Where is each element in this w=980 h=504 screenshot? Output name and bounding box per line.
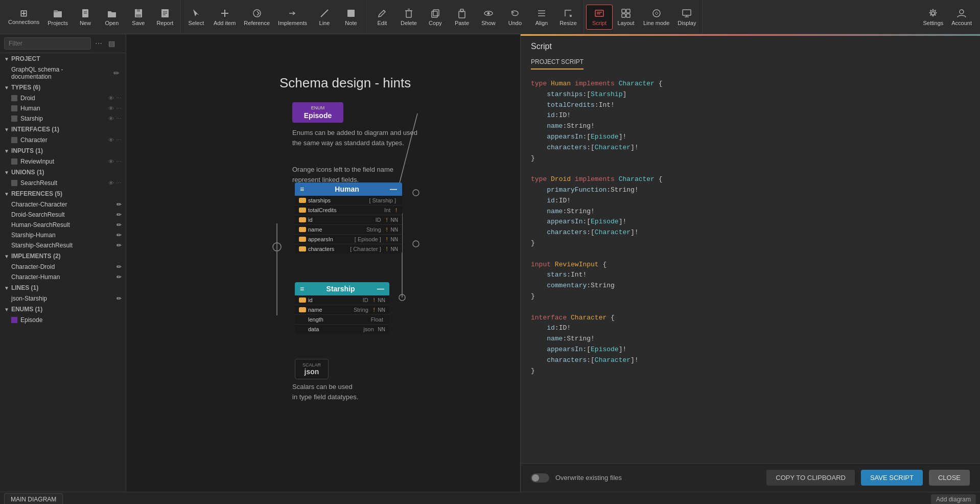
sidebar-line-json-starship[interactable]: json-Starship ✏ xyxy=(0,293,126,304)
file-group: ⊞ Connections Projects New Open Save Rep… xyxy=(2,0,181,34)
sidebar-impl-char-droid[interactable]: Character-Droid ✏ xyxy=(0,262,126,272)
section-lines[interactable]: ▼ LINES (1) xyxy=(0,282,126,293)
overwrite-toggle[interactable] xyxy=(531,473,549,483)
edit-ref-char-char-icon[interactable]: ✏ xyxy=(116,201,122,208)
sidebar-item-graphql-schema[interactable]: GraphQL schema -documentation ✏ xyxy=(0,64,126,82)
dots-icon-human[interactable]: ⋯ xyxy=(116,105,122,112)
connections-btn[interactable]: ⊞ Connections xyxy=(4,6,43,28)
sidebar-menu-btn[interactable]: ⋯ xyxy=(93,38,104,49)
implements-btn[interactable]: Implements xyxy=(274,5,311,29)
add-item-btn[interactable]: Add item xyxy=(209,5,240,29)
undo-btn[interactable]: Undo xyxy=(502,5,528,29)
sidebar-item-episode[interactable]: Episode xyxy=(0,315,126,325)
resize-btn[interactable]: Resize xyxy=(555,5,581,29)
save-script-btn[interactable]: SAVE SCRIPT xyxy=(861,470,923,486)
dots-icon-review[interactable]: ⋯ xyxy=(116,158,122,165)
sidebar-ref-starship-search[interactable]: Starship-SearchResult ✏ xyxy=(0,240,126,250)
section-interfaces[interactable]: ▼ INTERFACES (1) xyxy=(0,124,126,135)
line-mode-btn[interactable]: Line mode xyxy=(639,5,673,29)
entity-human[interactable]: ≡ Human — starships [ Starship ] totalCr… xyxy=(295,182,402,254)
eye-icon-char[interactable]: 👁 xyxy=(108,137,114,144)
sidebar-ref-droid-search[interactable]: Droid-SearchResult ✏ xyxy=(0,210,126,220)
edit-impl-char-droid-icon[interactable]: ✏ xyxy=(116,263,122,270)
account-btn[interactable]: Account xyxy=(947,5,976,29)
delete-btn[interactable]: Delete xyxy=(395,5,422,29)
edit-btn[interactable]: Edit xyxy=(369,5,395,29)
sidebar-item-reviewinput[interactable]: ReviewInput 👁 ⋯ xyxy=(0,156,126,167)
canvas[interactable]: Schema design - hints ENUM Episode Enums… xyxy=(126,34,980,492)
human-field-name[interactable]: name String ! NN xyxy=(295,225,402,235)
link-icon-star-id xyxy=(299,297,306,303)
edit-schema-icon[interactable]: ✏ xyxy=(111,68,122,78)
eye-icon-search[interactable]: 👁 xyxy=(108,180,114,187)
projects-btn[interactable]: Projects xyxy=(43,5,72,29)
note-btn[interactable]: Note xyxy=(338,5,364,29)
dots-icon-droid[interactable]: ⋯ xyxy=(116,95,122,102)
dots-icon-search[interactable]: ⋯ xyxy=(116,180,122,187)
edit-ref-starship-search-icon[interactable]: ✏ xyxy=(116,242,122,249)
section-types[interactable]: ▼ TYPES (6) xyxy=(0,82,126,93)
section-implements[interactable]: ▼ IMPLEMENTS (2) xyxy=(0,250,126,262)
report-btn[interactable]: Report xyxy=(152,5,178,29)
edit-ref-droid-search-icon[interactable]: ✏ xyxy=(116,211,122,218)
open-btn[interactable]: Open xyxy=(99,5,125,29)
starship-field-data[interactable]: data json NN xyxy=(295,325,389,334)
eye-icon-starship[interactable]: 👁 xyxy=(108,116,114,122)
eye-icon-review[interactable]: 👁 xyxy=(108,158,114,165)
eye-icon-droid[interactable]: 👁 xyxy=(108,95,114,102)
section-references[interactable]: ▼ REFERENCES (5) xyxy=(0,188,126,199)
sidebar-toggle-btn[interactable]: ▤ xyxy=(106,38,117,49)
dots-icon-char[interactable]: ⋯ xyxy=(116,137,122,144)
main-diagram-tab[interactable]: MAIN DIAGRAM xyxy=(4,493,63,504)
section-enums[interactable]: ▼ ENUMS (1) xyxy=(0,304,126,315)
human-field-id[interactable]: id ID ! NN xyxy=(295,215,402,225)
sidebar-ref-human-search[interactable]: Human-SearchResult ✏ xyxy=(0,220,126,230)
add-diagram-btn[interactable]: Add diagram xyxy=(931,494,976,505)
sidebar-item-starship[interactable]: Starship 👁 ⋯ xyxy=(0,113,126,124)
edit-line-json-starship-icon[interactable]: ✏ xyxy=(116,295,122,302)
edit-ref-human-search-icon[interactable]: ✏ xyxy=(116,221,122,228)
sidebar-impl-char-human[interactable]: Character-Human ✏ xyxy=(0,272,126,282)
script-btn[interactable]: Script xyxy=(586,5,613,30)
sidebar-item-character[interactable]: Character 👁 ⋯ xyxy=(0,135,126,145)
human-field-starships[interactable]: starships [ Starship ] xyxy=(295,196,402,205)
starship-field-name[interactable]: name String ! NN xyxy=(295,305,389,315)
script-code-area[interactable]: type Human implements Character { starsh… xyxy=(521,71,980,463)
display-btn[interactable]: Display xyxy=(673,5,700,29)
line-btn[interactable]: Line xyxy=(311,5,338,29)
sidebar-item-searchresult[interactable]: SearchResult 👁 ⋯ xyxy=(0,178,126,188)
section-inputs[interactable]: ▼ INPUTS (1) xyxy=(0,145,126,156)
scalar-json-block[interactable]: SCALAR json xyxy=(295,359,329,379)
show-btn[interactable]: Show xyxy=(475,5,502,29)
starship-field-length[interactable]: length Float xyxy=(295,315,389,325)
script-tab-project[interactable]: PROJECT SCRIPT xyxy=(531,55,584,70)
layout-btn[interactable]: Layout xyxy=(613,5,639,29)
section-project[interactable]: ▼ PROJECT xyxy=(0,53,126,64)
align-btn[interactable]: Align xyxy=(528,5,555,29)
sidebar-ref-char-char[interactable]: Character-Character ✏ xyxy=(0,199,126,210)
edit-impl-char-human-icon[interactable]: ✏ xyxy=(116,273,122,281)
close-script-btn[interactable]: CLOSE xyxy=(929,470,970,486)
sidebar-item-droid[interactable]: Droid 👁 ⋯ xyxy=(0,93,126,103)
filter-input[interactable] xyxy=(4,37,91,50)
human-field-totalcredits[interactable]: totalCredits Int ! xyxy=(295,205,402,215)
settings-btn[interactable]: Settings xyxy=(919,5,948,29)
starship-field-id[interactable]: id ID ! NN xyxy=(295,295,389,305)
copy-to-clipboard-btn[interactable]: COPY TO CLIPBOARD xyxy=(766,470,855,486)
eye-icon-human[interactable]: 👁 xyxy=(108,105,114,112)
enum-episode-block[interactable]: ENUM Episode xyxy=(292,102,343,123)
sidebar-ref-starship-human[interactable]: Starship-Human ✏ xyxy=(0,230,126,240)
sidebar-item-human[interactable]: Human 👁 ⋯ xyxy=(0,103,126,113)
section-unions[interactable]: ▼ UNIONS (1) xyxy=(0,167,126,178)
entity-starship[interactable]: ≡ Starship — id ID ! NN name String ! NN xyxy=(295,282,389,334)
human-field-appearsin[interactable]: appearsIn [ Episode ] ! NN xyxy=(295,235,402,244)
save-btn[interactable]: Save xyxy=(125,5,152,29)
dots-icon-starship[interactable]: ⋯ xyxy=(116,116,122,122)
new-btn[interactable]: New xyxy=(72,5,99,29)
reference-btn[interactable]: Reference xyxy=(240,5,274,29)
edit-ref-starship-human-icon[interactable]: ✏ xyxy=(116,232,122,239)
select-btn[interactable]: Select xyxy=(183,5,209,29)
paste-btn[interactable]: Paste xyxy=(449,5,475,29)
human-field-characters[interactable]: characters [ Character ] ! NN xyxy=(295,244,402,254)
copy-btn[interactable]: Copy xyxy=(422,5,449,29)
